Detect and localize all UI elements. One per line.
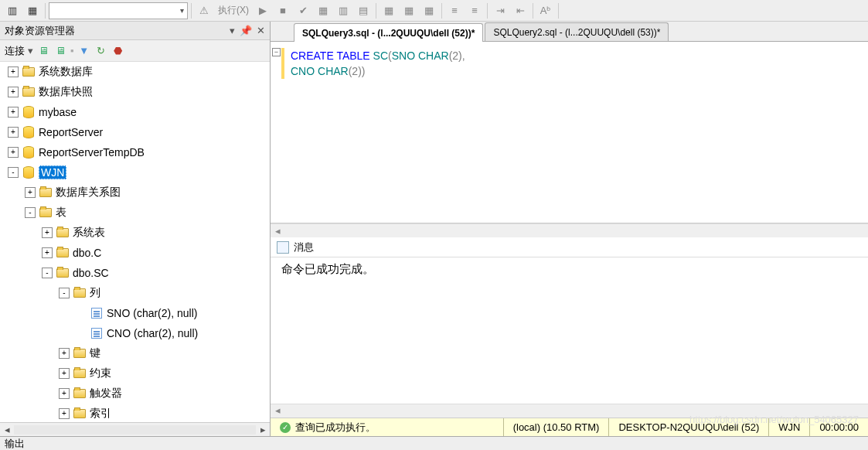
tree-node[interactable]: +系统数据库 [0, 62, 270, 82]
tree-node[interactable]: -WJN [0, 162, 270, 182]
tree-label: 数据库关系图 [56, 186, 121, 199]
folder-icon [73, 407, 87, 420]
stop-icon[interactable]: ■ [274, 2, 292, 19]
expand-toggle[interactable]: - [59, 288, 70, 298]
tree-node[interactable]: +键 [0, 343, 270, 363]
tree-node[interactable]: +dbo.C [0, 243, 270, 263]
messages-tab[interactable]: 消息 [271, 237, 868, 257]
tree-node[interactable]: +索引 [0, 404, 270, 422]
dropdown-icon[interactable]: ▾ [230, 25, 235, 36]
outdent-icon[interactable]: ⇤ [511, 2, 529, 19]
object-explorer: 对象资源管理器 ▾ 📌 ✕ 连接 ▾ 🖥 🖥 ▪ ▼ ↻ ⬣ +系统数据库+数据… [0, 22, 271, 436]
messages-body: 命令已成功完成。 [271, 257, 868, 404]
status-server: (local) (10.50 RTM) [504, 418, 610, 436]
tree-label: 触发器 [90, 387, 122, 401]
pin-icon[interactable]: 📌 [240, 25, 252, 36]
connect-icon[interactable]: 🖥 [53, 44, 67, 58]
connect-icon[interactable]: 🖥 [36, 44, 50, 58]
toolbar-button[interactable]: ▤ [354, 2, 373, 19]
folder-icon [73, 367, 87, 380]
col-icon [90, 327, 104, 339]
output-footer: 输出 [0, 436, 868, 450]
expand-toggle[interactable]: + [8, 87, 19, 97]
uncomment-icon[interactable]: ≡ [465, 2, 484, 19]
tree-node[interactable]: -列 [0, 283, 270, 303]
editor-tab[interactable]: SQLQuery2.sql - (l...2QUUQU\dell (53))* [485, 22, 669, 41]
warning-icon: ⚠ [195, 2, 213, 19]
folder-icon [39, 206, 53, 219]
expand-toggle[interactable]: + [8, 147, 19, 158]
tree-node[interactable]: +ReportServerTempDB [0, 142, 270, 162]
expand-toggle[interactable]: - [25, 207, 36, 218]
folder-icon [73, 347, 87, 360]
tree-label: 系统表 [73, 226, 105, 240]
tree-node[interactable]: CNO (char(2), null) [0, 323, 270, 343]
watermark: https://blog.csdn.net/wolon_54065327 [689, 414, 859, 425]
tree-node[interactable]: -dbo.SC [0, 263, 270, 283]
folder-icon [56, 267, 70, 279]
code-content: CREATE TABLE SC(SNO CHAR(2), CNO CHAR(2)… [291, 48, 862, 79]
tree-node[interactable]: +ReportServer [0, 122, 270, 142]
expand-toggle[interactable]: + [8, 127, 19, 138]
comment-icon[interactable]: ≡ [445, 2, 464, 19]
toolbar-button[interactable]: ▦ [400, 2, 418, 19]
expand-toggle[interactable]: - [42, 268, 53, 278]
expand-toggle[interactable]: + [59, 408, 70, 419]
tree-label: dbo.SC [73, 267, 109, 279]
tree-label: mybase [39, 106, 77, 118]
toolbar-button[interactable]: ▦ [420, 2, 438, 19]
tree-node[interactable]: -表 [0, 203, 270, 223]
success-icon: ✓ [280, 422, 291, 433]
tree-node[interactable]: +数据库快照 [0, 82, 270, 102]
toolbar-button[interactable]: ▦ [23, 2, 42, 19]
toolbar-button[interactable]: ▥ [334, 2, 352, 19]
db-icon [22, 146, 36, 159]
indent-icon[interactable]: ⇥ [491, 2, 509, 19]
database-selector[interactable]: ▾ [49, 2, 188, 19]
expand-toggle[interactable]: + [25, 187, 36, 198]
db-icon [22, 126, 36, 138]
toolbar-button[interactable]: ▦ [380, 2, 398, 19]
expand-toggle[interactable]: + [8, 66, 19, 77]
connect-toolbar: 连接 ▾ 🖥 🖥 ▪ ▼ ↻ ⬣ [0, 40, 270, 62]
expand-toggle[interactable]: + [59, 348, 70, 359]
expand-toggle[interactable]: - [8, 167, 19, 178]
filter-icon[interactable]: ▼ [77, 44, 91, 58]
tree-node[interactable]: +mybase [0, 102, 270, 122]
tree-node[interactable]: SNO (char(2), null) [0, 303, 270, 323]
close-icon[interactable]: ✕ [257, 25, 265, 36]
expand-toggle[interactable]: + [59, 388, 70, 399]
connect-label: 连接 [5, 44, 25, 58]
tree-node[interactable]: +数据库关系图 [0, 182, 270, 203]
messages-icon [277, 241, 289, 254]
sql-editor[interactable]: − CREATE TABLE SC(SNO CHAR(2), CNO CHAR(… [271, 42, 868, 223]
play-icon[interactable]: ▶ [254, 2, 272, 19]
folder-icon [73, 387, 87, 400]
object-tree[interactable]: +系统数据库+数据库快照+mybase+ReportServer+ReportS… [0, 62, 270, 422]
editor-tab[interactable]: SQLQuery3.sql - (l...2QUUQU\dell (52))* [294, 23, 483, 42]
toolbar-button[interactable]: ▦ [314, 2, 332, 19]
folder-icon [39, 186, 53, 199]
tree-label: 列 [90, 286, 100, 300]
editor-scrollbar[interactable]: ◂ [271, 223, 868, 237]
stop-icon[interactable]: ⬣ [111, 44, 125, 58]
expand-toggle[interactable]: + [42, 247, 53, 258]
col-icon [90, 307, 104, 319]
expand-toggle[interactable]: + [42, 227, 53, 238]
toolbar-button[interactable]: Aᵇ [536, 2, 555, 19]
tree-label: CNO (char(2), null) [107, 327, 198, 339]
tree-node[interactable]: +触发器 [0, 384, 270, 404]
folder-icon [73, 287, 87, 299]
horizontal-scrollbar[interactable]: ◂▸ [0, 422, 270, 436]
tree-label: 系统数据库 [39, 65, 93, 79]
check-icon[interactable]: ✔ [294, 2, 312, 19]
refresh-icon[interactable]: ↻ [94, 44, 108, 58]
tree-label: 约束 [90, 366, 111, 380]
tree-node[interactable]: +约束 [0, 363, 270, 384]
expand-toggle[interactable]: + [8, 107, 19, 118]
folder-icon [22, 86, 36, 98]
tree-node[interactable]: +系统表 [0, 223, 270, 243]
tree-label: ReportServer [39, 126, 103, 138]
toolbar-button[interactable]: ▥ [3, 2, 22, 19]
expand-toggle[interactable]: + [59, 368, 70, 379]
